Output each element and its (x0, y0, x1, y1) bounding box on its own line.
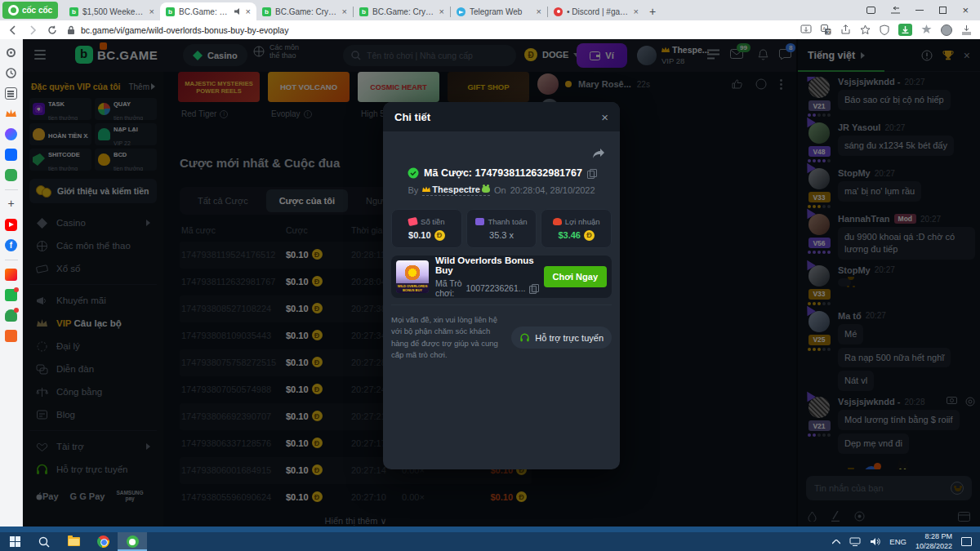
browser-tab[interactable]: b $1,500 Weekend Evoplay Mu × (64, 2, 160, 20)
coccoc-brand-button[interactable]: cốc cốc (2, 2, 58, 19)
tray-chevron-icon[interactable] (832, 540, 840, 544)
browser-tab[interactable]: b BC.Game: Crypto Casino Gan × (256, 2, 353, 20)
bet-id-row: Mã Cược: 1747938112632981767 (383, 167, 620, 179)
stat-amount: Số tiền $0.10Đ (391, 209, 462, 248)
copy-icon[interactable] (529, 284, 537, 293)
network-icon[interactable] (849, 537, 861, 546)
doge-coin-icon: Đ (584, 230, 595, 241)
money-icon (408, 216, 418, 225)
volume-icon[interactable] (870, 537, 880, 546)
bet-by-row: By Thespectre On 20:28:04, 28/10/2022 (383, 184, 620, 196)
downloads-tray-icon[interactable] (961, 24, 972, 35)
tiki-icon[interactable] (5, 269, 17, 281)
facebook-icon[interactable]: f (5, 239, 17, 251)
tab-close-icon[interactable]: × (246, 7, 251, 16)
history-icon[interactable] (5, 67, 17, 79)
games-icon[interactable] (5, 169, 17, 181)
game-name: Wild Overlords Bonus Buy (435, 256, 537, 275)
save-page-icon[interactable] (800, 24, 812, 35)
discord-favicon (554, 7, 563, 16)
crown-icon (422, 186, 430, 193)
action-center-icon[interactable] (961, 537, 972, 546)
taskbar-search-icon[interactable] (29, 532, 59, 551)
window-close-icon[interactable]: × (962, 7, 969, 15)
minimize-icon[interactable] (915, 10, 924, 11)
browser-tab[interactable]: b BC.Game: Crypto Casino Gan × (354, 2, 450, 20)
payout-card-icon (475, 218, 484, 225)
bet-details-modal: Chi tiết × Mã Cược: 1747938112632981767 … (383, 102, 620, 469)
download-manager-icon[interactable] (898, 24, 912, 36)
bcgame-favicon: b (69, 7, 78, 16)
copy-icon[interactable] (587, 169, 595, 178)
settings-gear-icon[interactable] (5, 47, 17, 59)
tab-search-icon[interactable] (866, 7, 875, 14)
chrome-taskbar-icon[interactable] (88, 532, 118, 551)
bet-stats: Số tiền $0.10Đ Thanh toán 35.3 x Lợi nhu… (391, 209, 612, 248)
coccoc-taskbar-icon[interactable] (118, 532, 147, 551)
stat-profit: Lợi nhuận $3.46Đ (541, 209, 612, 248)
adblock-shield-icon[interactable] (880, 24, 889, 35)
bet-username[interactable]: Thespectre (422, 184, 490, 196)
url-field[interactable]: bc.game/vi/game/wild-overlords-bonus-buy… (67, 25, 791, 35)
language-indicator[interactable]: ENG (889, 537, 906, 546)
game-card: WILD OVERLORDS BONUS BUY Wild Overlords … (391, 256, 612, 298)
url-text: bc.game/vi/game/wild-overlords-bonus-buy… (81, 25, 288, 35)
tab-close-icon[interactable]: × (634, 7, 639, 16)
extensions-icon[interactable] (921, 24, 932, 35)
coccoc-logo-icon (8, 5, 19, 16)
strip-divider (5, 189, 18, 190)
maximize-icon[interactable] (939, 7, 947, 14)
telegram-favicon (457, 7, 466, 16)
crown-rewards-icon[interactable] (5, 108, 17, 120)
tab-close-icon[interactable]: × (342, 7, 347, 16)
session-restore-icon[interactable] (891, 7, 900, 14)
shopping-cart-icon[interactable] (5, 330, 17, 342)
lock-icon[interactable] (67, 25, 75, 35)
newsfeed-icon[interactable] (5, 87, 17, 100)
back-icon[interactable] (8, 25, 18, 35)
zalo-icon[interactable] (5, 149, 17, 161)
browser-tab[interactable]: • Discord | #games | BC G × (548, 2, 644, 20)
add-shortcut-icon[interactable]: + (5, 198, 17, 211)
tab-close-icon[interactable]: × (537, 7, 541, 16)
game-id-row: Mã Trò chơi:10072236261... (435, 278, 537, 298)
browser-tab[interactable]: Telegram Web × (451, 2, 547, 20)
play-now-button[interactable]: Chơi Ngay (544, 266, 608, 287)
forward-icon[interactable] (28, 25, 38, 35)
game-thumbnail[interactable]: WILD OVERLORDS BONUS BUY (396, 260, 429, 293)
new-tab-button[interactable]: + (644, 3, 661, 20)
start-button[interactable] (0, 532, 29, 551)
file-explorer-icon[interactable] (59, 532, 88, 551)
browser-tab-active[interactable]: b BC.Game: Crypto Casino × (160, 2, 256, 20)
reload-icon[interactable] (47, 25, 57, 35)
bcgame-favicon: b (166, 7, 175, 16)
translate-icon[interactable]: A文 (821, 24, 831, 35)
profile-icon[interactable] (941, 24, 952, 36)
bottom-strip (0, 527, 980, 532)
coccoc-brand-label: cốc cốc (22, 6, 52, 15)
gift-icon[interactable] (5, 289, 17, 301)
tab-close-icon[interactable]: × (149, 7, 154, 16)
share-icon[interactable] (840, 24, 851, 35)
live-support-button[interactable]: Hỗ trợ trực tuyến (511, 327, 612, 349)
tab-audio-icon[interactable] (234, 7, 242, 16)
browser-tab-strip: cốc cốc b $1,500 Weekend Evoplay Mu × b … (0, 0, 980, 20)
shopee-icon[interactable] (5, 309, 17, 322)
bet-datetime: 20:28:04, 28/10/2022 (510, 185, 595, 195)
youtube-icon[interactable] (5, 219, 17, 231)
tab-close-icon[interactable]: × (439, 7, 444, 16)
profit-hand-icon (553, 218, 562, 225)
verified-icon (408, 167, 419, 179)
svg-text:文: 文 (826, 29, 831, 34)
windows-taskbar: ENG 8:28 PM10/28/2022 (0, 532, 980, 551)
taskbar-clock[interactable]: 8:28 PM10/28/2022 (915, 532, 952, 551)
modal-footer: Mọi vấn đề, xin vui lòng liên hệ với bộ … (391, 304, 612, 361)
frog-emoji-icon (482, 186, 490, 193)
messenger-icon[interactable] (5, 128, 17, 140)
support-note: Mọi vấn đề, xin vui lòng liên hệ với bộ … (391, 314, 505, 361)
share-bet-icon[interactable] (592, 148, 605, 159)
coccoc-side-strip: + f (0, 39, 23, 527)
bookmark-star-icon[interactable] (860, 24, 871, 35)
bcgame-page: BC.GAME Casino Các mônthể thao Đ DOGE Ví… (23, 39, 980, 527)
modal-close-icon[interactable]: × (601, 110, 608, 124)
